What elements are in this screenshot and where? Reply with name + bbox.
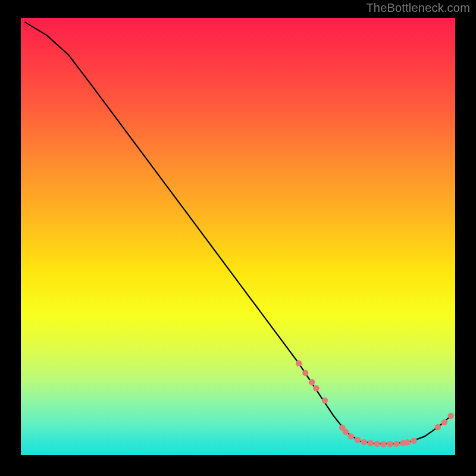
data-marker — [296, 360, 302, 366]
data-marker — [435, 424, 441, 430]
data-marker — [355, 437, 361, 443]
chart-overlay-svg — [21, 18, 455, 455]
data-marker — [361, 439, 367, 445]
data-marker — [393, 441, 399, 447]
watermark-text: TheBottleneck.com — [366, 1, 470, 15]
data-marker — [302, 370, 308, 376]
data-marker — [343, 429, 349, 435]
data-marker — [368, 440, 374, 446]
data-marker — [313, 385, 319, 391]
data-marker — [380, 441, 386, 447]
data-marker — [405, 439, 411, 445]
data-marker — [387, 441, 393, 447]
data-marker — [322, 397, 328, 403]
data-marker — [348, 433, 354, 439]
data-markers — [296, 360, 454, 447]
chart-frame: TheBottleneck.com — [0, 0, 476, 476]
bottleneck-curve — [25, 22, 450, 444]
data-marker — [441, 419, 447, 425]
data-marker — [411, 438, 416, 444]
data-marker — [309, 379, 315, 385]
data-marker — [374, 441, 380, 447]
data-marker — [448, 413, 454, 419]
